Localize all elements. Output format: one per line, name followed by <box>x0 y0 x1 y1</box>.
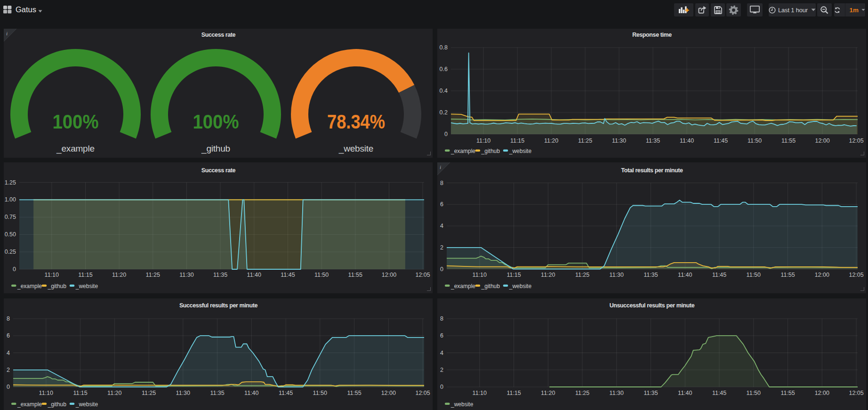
svg-text:11:10: 11:10 <box>45 272 59 278</box>
svg-text:11:30: 11:30 <box>176 390 190 396</box>
svg-text:11:35: 11:35 <box>643 272 658 278</box>
svg-text:6: 6 <box>440 201 443 208</box>
svg-text:_example: _example <box>450 148 475 154</box>
svg-text:0: 0 <box>440 266 443 273</box>
svg-text:2: 2 <box>440 367 443 373</box>
svg-text:12:00: 12:00 <box>815 137 829 144</box>
svg-text:12:05: 12:05 <box>849 390 863 396</box>
svg-text:8: 8 <box>440 315 443 322</box>
svg-text:11:50: 11:50 <box>314 272 329 278</box>
svg-text:11:30: 11:30 <box>612 137 626 144</box>
svg-text:4: 4 <box>440 350 443 356</box>
svg-text:Total results per minute: Total results per minute <box>621 167 683 174</box>
svg-text:11:25: 11:25 <box>575 272 589 278</box>
svg-text:11:20: 11:20 <box>544 137 558 144</box>
svg-text:11:15: 11:15 <box>506 390 521 396</box>
svg-text:11:20: 11:20 <box>112 272 126 278</box>
svg-text:_website: _website <box>338 144 373 154</box>
svg-text:11:25: 11:25 <box>575 390 589 396</box>
svg-text:11:35: 11:35 <box>210 390 224 396</box>
svg-text:11:55: 11:55 <box>348 272 362 278</box>
svg-text:11:55: 11:55 <box>347 390 361 396</box>
svg-text:11:25: 11:25 <box>146 272 160 278</box>
svg-text:100%: 100% <box>53 110 99 133</box>
svg-text:11:10: 11:10 <box>39 390 53 396</box>
svg-text:2: 2 <box>440 244 443 251</box>
svg-text:11:35: 11:35 <box>646 137 660 144</box>
svg-text:11:45: 11:45 <box>714 137 728 144</box>
svg-text:11:40: 11:40 <box>247 272 261 278</box>
svg-text:11:10: 11:10 <box>473 272 487 278</box>
svg-text:12:00: 12:00 <box>381 390 396 396</box>
svg-text:_github: _github <box>481 283 500 289</box>
svg-text:11:30: 11:30 <box>179 272 193 278</box>
svg-text:100%: 100% <box>193 110 239 133</box>
svg-text:12:00: 12:00 <box>815 390 829 396</box>
svg-text:12:00: 12:00 <box>382 272 396 278</box>
svg-text:11:45: 11:45 <box>281 272 295 278</box>
svg-text:11:40: 11:40 <box>244 390 258 396</box>
svg-text:11:50: 11:50 <box>313 390 327 396</box>
svg-text:0.6: 0.6 <box>440 66 448 72</box>
svg-text:11:30: 11:30 <box>610 272 624 278</box>
svg-text:11:20: 11:20 <box>541 272 555 278</box>
svg-text:_github: _github <box>48 401 67 408</box>
svg-text:0.50: 0.50 <box>5 231 16 238</box>
svg-text:11:15: 11:15 <box>510 137 524 144</box>
svg-text:_example: _example <box>450 283 475 289</box>
svg-text:12:05: 12:05 <box>849 272 863 278</box>
svg-text:_github: _github <box>481 148 500 154</box>
svg-text:6: 6 <box>7 332 10 339</box>
svg-text:11:55: 11:55 <box>780 390 795 396</box>
svg-text:11:15: 11:15 <box>78 272 92 278</box>
svg-text:11:15: 11:15 <box>506 272 521 278</box>
svg-text:_website: _website <box>75 401 98 408</box>
svg-text:_website: _website <box>450 401 474 408</box>
svg-text:12:00: 12:00 <box>815 272 829 278</box>
svg-text:Success rate: Success rate <box>201 32 236 38</box>
svg-text:11:10: 11:10 <box>476 137 490 144</box>
svg-text:78.34%: 78.34% <box>327 110 385 133</box>
svg-text:1.00: 1.00 <box>5 196 16 203</box>
svg-text:0: 0 <box>440 384 443 390</box>
svg-text:11:50: 11:50 <box>747 390 761 396</box>
svg-text:i: i <box>6 31 8 36</box>
svg-text:_github: _github <box>48 283 67 289</box>
svg-text:6: 6 <box>440 332 443 339</box>
svg-text:11:30: 11:30 <box>610 390 624 396</box>
svg-text:11:20: 11:20 <box>541 390 555 396</box>
svg-text:4: 4 <box>440 223 443 229</box>
svg-text:11:25: 11:25 <box>578 137 592 144</box>
svg-text:0.25: 0.25 <box>5 249 16 255</box>
svg-text:Success rate: Success rate <box>201 167 236 174</box>
svg-text:11:50: 11:50 <box>747 272 761 278</box>
svg-text:11:35: 11:35 <box>213 272 227 278</box>
svg-text:12:05: 12:05 <box>849 137 863 144</box>
svg-text:_website: _website <box>75 283 98 289</box>
svg-text:11:40: 11:40 <box>678 390 692 396</box>
svg-text:Successful results per minute: Successful results per minute <box>179 302 258 309</box>
svg-text:11:40: 11:40 <box>678 272 692 278</box>
svg-text:11:25: 11:25 <box>142 390 156 396</box>
svg-text:0.8: 0.8 <box>440 44 448 51</box>
svg-text:11:15: 11:15 <box>73 390 87 396</box>
svg-text:0: 0 <box>444 131 448 137</box>
svg-text:11:45: 11:45 <box>279 390 293 396</box>
svg-text:0.2: 0.2 <box>440 109 448 116</box>
svg-text:11:55: 11:55 <box>780 272 795 278</box>
svg-text:1.25: 1.25 <box>5 179 16 186</box>
svg-text:_website: _website <box>509 148 532 154</box>
svg-text:_github: _github <box>201 144 230 154</box>
svg-text:11:35: 11:35 <box>643 390 658 396</box>
svg-text:i: i <box>440 165 441 170</box>
svg-text:11:40: 11:40 <box>680 137 694 144</box>
svg-text:8: 8 <box>440 180 443 186</box>
svg-text:11:55: 11:55 <box>781 137 796 144</box>
svg-text:11:45: 11:45 <box>712 272 726 278</box>
svg-text:_example: _example <box>56 144 95 154</box>
svg-text:_website: _website <box>509 283 532 289</box>
svg-text:0.75: 0.75 <box>5 214 16 220</box>
svg-text:0: 0 <box>13 266 16 273</box>
svg-text:Unsuccessful results per minut: Unsuccessful results per minute <box>610 302 695 309</box>
svg-text:12:05: 12:05 <box>415 272 430 278</box>
